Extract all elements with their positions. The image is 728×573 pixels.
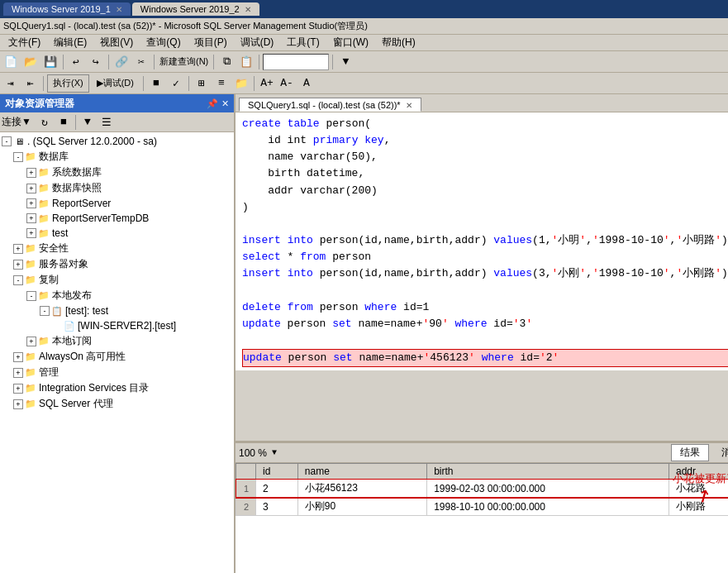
tree-testdb-label: test	[52, 227, 68, 239]
execute-btn[interactable]: 执行(X)	[47, 74, 89, 93]
checkmark-btn[interactable]: ✓	[167, 74, 185, 93]
menu-window[interactable]: 窗口(W)	[326, 35, 375, 50]
oe-refresh-btn[interactable]: ↻	[36, 113, 54, 131]
zoom-out-btn[interactable]: A-	[278, 74, 296, 93]
oe-stop-btn[interactable]: ■	[55, 113, 73, 131]
tree-item-winserver2[interactable]: 📄 [WIN-SERVER2].[test]	[0, 318, 234, 333]
expand-replication[interactable]: -	[13, 275, 23, 285]
oe-filter-btn[interactable]: ▼	[79, 113, 97, 131]
expand-is[interactable]: +	[13, 384, 23, 394]
tab-server2[interactable]: Windows Server 2019_2 ✕	[132, 2, 259, 16]
cell-id-1: 3	[256, 498, 298, 516]
tree-item-reportserver[interactable]: + 📁 ReportServer	[0, 196, 234, 211]
new-query-btn[interactable]: 📄	[2, 53, 20, 71]
zoom-in-btn[interactable]: A+	[258, 74, 276, 93]
tree-item-mgmt[interactable]: + 📁 管理	[0, 365, 234, 380]
expand-testdb[interactable]: +	[26, 228, 36, 238]
results-toolbar: 100 % ▼ 结果 消息	[236, 443, 728, 463]
folder-sqlagent-icon: 📁	[24, 398, 37, 411]
close-tab1-icon[interactable]: ✕	[116, 5, 122, 14]
tree-item-sysdb[interactable]: + 📁 系统数据库	[0, 165, 234, 180]
grid-btn[interactable]: ⊞	[193, 74, 211, 93]
annotation-container: 小花被更新了 ↙	[673, 471, 728, 513]
zoom-dropdown-icon[interactable]: ▼	[272, 448, 277, 457]
expand-localpub[interactable]: -	[26, 291, 36, 301]
tree-item-alwayson[interactable]: + 📁 AlwaysOn 高可用性	[0, 349, 234, 365]
results-tab-messages[interactable]: 消息	[712, 444, 728, 461]
text-btn[interactable]: ≡	[212, 74, 231, 93]
main-area: 对象资源管理器 📌 ✕ 连接▼ ↻ ■ ▼ ☰ - 🖥 . (SQL Serve…	[0, 94, 728, 573]
expand-sqlagent[interactable]: +	[13, 399, 23, 409]
tree-item-reporttemp[interactable]: + 📁 ReportServerTempDB	[0, 211, 234, 226]
code-line-1: id int primary key,	[242, 132, 728, 149]
expand-mgmt[interactable]: +	[13, 368, 23, 378]
pin-icon[interactable]: 📌	[207, 98, 218, 109]
expand-server[interactable]: -	[2, 136, 12, 146]
connect-label[interactable]: 连接▼	[2, 115, 31, 129]
tree-item-test-test[interactable]: - 📋 [test]: test	[0, 303, 234, 318]
expand-snapshot[interactable]: +	[26, 184, 36, 193]
expand-databases[interactable]: -	[13, 152, 23, 162]
tab-server1[interactable]: Windows Server 2019_1 ✕	[3, 2, 131, 16]
menu-debug[interactable]: 调试(D)	[234, 35, 281, 50]
more-btn[interactable]: ▼	[336, 53, 354, 71]
tree-item-sqlagent[interactable]: + 📁 SQL Server 代理	[0, 396, 234, 412]
copy-btn[interactable]: ⧉	[217, 53, 236, 71]
code-editor[interactable]: create table person( id int primary key,…	[236, 112, 728, 441]
expand-localsub[interactable]: +	[26, 337, 36, 346]
indent-btn[interactable]: ⇥	[2, 74, 20, 93]
tree-item-serverobj[interactable]: + 📁 服务器对象	[0, 256, 234, 272]
connect-btn[interactable]: 🔗	[112, 53, 131, 71]
oe-close-icon[interactable]: ✕	[221, 98, 229, 109]
db-selector[interactable]: test	[263, 54, 329, 70]
format-btn[interactable]: A	[297, 74, 316, 93]
menu-bar: 文件(F) 编辑(E) 视图(V) 查询(Q) 项目(P) 调试(D) 工具(T…	[0, 35, 728, 51]
undo-btn[interactable]: ↩	[67, 53, 85, 71]
tree-item-is[interactable]: + 📁 Integration Services 目录	[0, 380, 234, 396]
menu-view[interactable]: 视图(V)	[93, 35, 140, 50]
close-tab2-icon[interactable]: ✕	[245, 5, 251, 14]
expand-reportserver[interactable]: +	[26, 198, 36, 208]
menu-help[interactable]: 帮助(H)	[375, 35, 422, 50]
tree-item-replication[interactable]: - 📁 复制	[0, 272, 234, 288]
expand-security[interactable]: +	[13, 244, 23, 254]
code-content[interactable]: create table person( id int primary key,…	[236, 112, 728, 370]
tree-serverobj-label: 服务器对象	[39, 257, 88, 271]
tree-item-server[interactable]: - 🖥 . (SQL Server 12.0.2000 - sa)	[0, 134, 234, 149]
save-btn[interactable]: 💾	[41, 53, 59, 71]
editor-tab-main[interactable]: SQLQuery1.sql - (local).test (sa (52))* …	[239, 98, 421, 112]
code-line-6	[242, 216, 728, 232]
tree-item-localsub[interactable]: + 📁 本地订阅	[0, 333, 234, 349]
tree-item-testdb[interactable]: + 📁 test	[0, 226, 234, 241]
disconnect-btn[interactable]: ✂	[132, 53, 150, 71]
object-explorer: 对象资源管理器 📌 ✕ 连接▼ ↻ ■ ▼ ☰ - 🖥 . (SQL Serve…	[0, 94, 236, 573]
tree-item-databases[interactable]: - 📁 数据库	[0, 149, 234, 165]
folder-localsub-icon: 📁	[37, 335, 50, 348]
menu-file[interactable]: 文件(F)	[2, 35, 47, 50]
oe-header: 对象资源管理器 📌 ✕	[0, 94, 234, 112]
open-btn[interactable]: 📂	[21, 53, 40, 71]
paste-btn[interactable]: 📋	[237, 53, 255, 71]
menu-query[interactable]: 查询(Q)	[140, 35, 187, 50]
tree-item-security[interactable]: + 📁 安全性	[0, 241, 234, 256]
expand-serverobj[interactable]: +	[13, 260, 23, 270]
expand-reporttemp[interactable]: +	[26, 213, 36, 223]
oe-toolbar: 连接▼ ↻ ■ ▼ ☰	[0, 112, 234, 132]
oe-summary-btn[interactable]: ☰	[98, 113, 116, 131]
tree-item-localpub[interactable]: - 📁 本地发布	[0, 288, 234, 303]
results-tab-results[interactable]: 结果	[671, 444, 709, 461]
tree-item-snapshot[interactable]: + 📁 数据库快照	[0, 180, 234, 196]
menu-project[interactable]: 项目(P)	[188, 35, 234, 50]
debug-btn[interactable]: ▶ 调试(D)	[91, 74, 140, 93]
editor-tab-close[interactable]: ✕	[406, 101, 412, 110]
file-btn[interactable]: 📁	[232, 74, 250, 93]
redo-btn[interactable]: ↪	[87, 53, 105, 71]
outdent-btn[interactable]: ⇤	[21, 74, 40, 93]
sep2	[108, 55, 109, 69]
menu-tools[interactable]: 工具(T)	[280, 35, 326, 50]
menu-edit[interactable]: 编辑(E)	[47, 35, 93, 50]
expand-test-test[interactable]: -	[40, 306, 50, 316]
expand-alwayson[interactable]: +	[13, 352, 23, 362]
expand-sysdb[interactable]: +	[26, 168, 36, 178]
stop-btn[interactable]: ■	[147, 74, 165, 93]
